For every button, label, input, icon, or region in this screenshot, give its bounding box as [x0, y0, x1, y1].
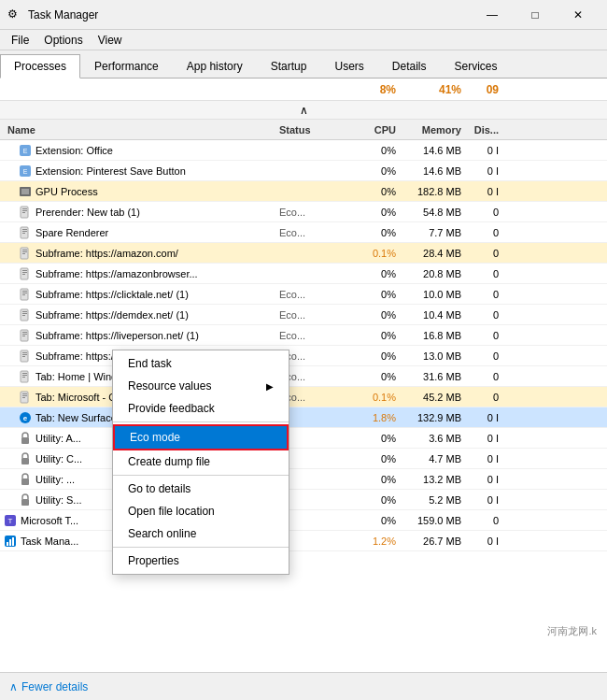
- table-row[interactable]: Spare Renderer Eco... 0% 7.7 MB 0: [0, 222, 607, 243]
- process-icon: [19, 432, 32, 445]
- ctx-item-label: Provide feedback: [128, 402, 215, 415]
- svg-rect-41: [22, 377, 25, 378]
- tab-users[interactable]: Users: [320, 53, 377, 78]
- table-row[interactable]: E Extension: Pinterest Save Button 0% 14…: [0, 161, 607, 181]
- status-bar: ∧ Fewer details: [0, 672, 607, 700]
- table-row[interactable]: Subframe: https://amazon.com/ 0.1% 28.4 …: [0, 243, 607, 264]
- row-memory: 10.0 MB: [402, 289, 467, 300]
- table-row[interactable]: Subframe: https://lpsnmedia.net/ (1) Eco…: [0, 346, 607, 366]
- table-row[interactable]: E Extension: Office 0% 14.6 MB 0 I: [0, 140, 607, 161]
- row-status: Eco...: [275, 309, 346, 321]
- svg-rect-24: [22, 293, 27, 293]
- table-row[interactable]: Tab: Home | Windows Blog Eco... 0% 31.6 …: [0, 366, 607, 387]
- context-menu-item[interactable]: Create dump file: [113, 450, 289, 473]
- row-disk: 0 I: [467, 145, 504, 156]
- app-title: Task Manager: [28, 8, 98, 21]
- context-menu-item[interactable]: Properties: [113, 550, 289, 572]
- row-memory: 132.9 MB: [402, 412, 467, 423]
- svg-rect-5: [21, 189, 29, 194]
- svg-rect-33: [22, 336, 25, 336]
- row-memory: 5.2 MB: [402, 494, 467, 506]
- table-row[interactable]: T Microsoft T... 0% 159.0 MB 0: [0, 510, 607, 531]
- row-name-text: Extension: Pinterest Save Button: [35, 165, 186, 177]
- col-header-disk[interactable]: Dis...: [467, 124, 504, 136]
- table-row[interactable]: Utility: A... 0% 3.6 MB 0 I: [0, 428, 607, 449]
- row-memory: 159.0 MB: [402, 515, 467, 526]
- table-row[interactable]: Prerender: New tab (1) Eco... 0% 54.8 MB…: [0, 202, 607, 222]
- table-row[interactable]: e Tab: New Surface Laptop 4: Ultra T... …: [0, 407, 607, 428]
- svg-rect-16: [22, 251, 27, 252]
- table-row[interactable]: Subframe: https://demdex.net/ (1) Eco...…: [0, 305, 607, 325]
- context-menu-item[interactable]: Provide feedback: [113, 397, 289, 420]
- svg-rect-19: [22, 270, 27, 271]
- row-memory: 28.4 MB: [402, 248, 467, 259]
- ctx-item-label: End task: [128, 357, 172, 370]
- row-memory: 13.0 MB: [402, 350, 467, 362]
- ctx-arrow-icon: ▶: [266, 381, 274, 392]
- context-menu-item[interactable]: Resource values ▶: [113, 375, 289, 397]
- row-name-text: Subframe: https://clicktale.net/ (1): [35, 289, 189, 300]
- row-disk: 0: [467, 371, 504, 382]
- fewer-details-label: Fewer details: [21, 680, 88, 693]
- table-row[interactable]: GPU Process 0% 182.8 MB 0 I: [0, 181, 607, 202]
- table-row[interactable]: Tab: Microsoft - Official Home Pag... Ec…: [0, 387, 607, 407]
- svg-rect-20: [22, 272, 27, 273]
- context-menu-item[interactable]: End task: [113, 352, 289, 375]
- table-row[interactable]: Utility: C... 0% 4.7 MB 0 I: [0, 449, 607, 469]
- row-disk: 0: [467, 350, 504, 362]
- row-cpu: 0%: [346, 453, 402, 464]
- process-icon: [19, 329, 32, 342]
- col-header-name[interactable]: Name: [0, 124, 275, 136]
- menu-bar: File Options View: [0, 30, 607, 50]
- memory-stat: 41%: [402, 83, 467, 96]
- table-row[interactable]: Subframe: https://amazonbrowser... 0% 20…: [0, 264, 607, 284]
- minimize-button[interactable]: —: [471, 0, 514, 30]
- menu-view[interactable]: View: [91, 32, 130, 49]
- row-disk: 0: [467, 330, 504, 341]
- context-menu-item[interactable]: Go to details: [113, 478, 289, 500]
- row-disk: 0: [467, 207, 504, 218]
- context-menu-item[interactable]: Open file location: [113, 500, 289, 522]
- tab-startup[interactable]: Startup: [257, 53, 321, 78]
- tab-app-history[interactable]: App history: [173, 53, 257, 78]
- context-menu-separator: [113, 475, 289, 476]
- row-name-text: Prerender: New tab (1): [35, 207, 140, 218]
- menu-options[interactable]: Options: [36, 32, 90, 49]
- tab-performance[interactable]: Performance: [80, 53, 173, 78]
- expand-row[interactable]: ∧: [0, 101, 607, 120]
- svg-rect-25: [22, 294, 25, 295]
- table-row[interactable]: Utility: ... 0% 13.2 MB 0 I: [0, 469, 607, 490]
- context-menu-item[interactable]: Search online: [113, 522, 289, 545]
- table-row[interactable]: Task Mana... 1.2% 26.7 MB 0 I: [0, 531, 607, 551]
- tab-services[interactable]: Services: [441, 53, 512, 78]
- svg-text:T: T: [8, 517, 13, 525]
- disk-stat: 09: [467, 83, 504, 96]
- row-memory: 54.8 MB: [402, 207, 467, 218]
- col-header-memory[interactable]: Memory: [402, 124, 467, 136]
- table-row[interactable]: Subframe: https://liveperson.net/ (1) Ec…: [0, 325, 607, 346]
- row-cpu: 0%: [346, 165, 402, 177]
- close-button[interactable]: ✕: [557, 0, 600, 30]
- tab-processes[interactable]: Processes: [0, 54, 80, 79]
- col-header-cpu[interactable]: CPU: [346, 124, 402, 136]
- row-cpu: 0%: [346, 371, 402, 382]
- svg-rect-31: [22, 332, 27, 333]
- row-disk: 0: [467, 289, 504, 300]
- row-status: Eco...: [275, 227, 346, 238]
- table-row[interactable]: Subframe: https://clicktale.net/ (1) Eco…: [0, 284, 607, 305]
- menu-file[interactable]: File: [4, 32, 36, 49]
- context-menu-item[interactable]: Eco mode: [113, 424, 289, 450]
- row-cpu: 0%: [346, 207, 402, 218]
- ctx-item-label: Open file location: [128, 505, 215, 518]
- tab-details[interactable]: Details: [378, 53, 441, 78]
- svg-rect-12: [22, 231, 27, 232]
- row-cpu: 0.1%: [346, 392, 402, 403]
- row-name: GPU Process: [0, 185, 275, 198]
- fewer-details-button[interactable]: ∧ Fewer details: [9, 680, 88, 693]
- maximize-button[interactable]: □: [514, 0, 557, 30]
- process-icon: [19, 308, 32, 321]
- col-header-status[interactable]: Status: [275, 124, 346, 136]
- row-name: Subframe: https://amazon.com/: [0, 247, 275, 260]
- row-disk: 0: [467, 227, 504, 238]
- table-row[interactable]: Utility: S... 0% 5.2 MB 0 I: [0, 490, 607, 510]
